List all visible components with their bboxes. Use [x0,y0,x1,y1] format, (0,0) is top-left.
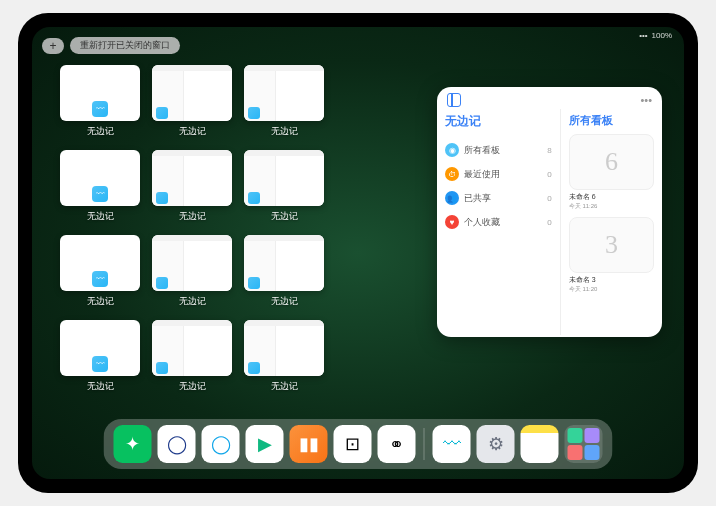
sidebar-item-icon: 👥 [445,191,459,205]
app-window-card[interactable]: 无边记 [152,150,232,223]
app-label: 无边记 [87,210,114,223]
dock-app-dice[interactable]: ⊡ [334,425,372,463]
dock-app-wechat[interactable]: ✦ [114,425,152,463]
sidebar-item[interactable]: 👥已共享0 [445,186,552,210]
app-window-card[interactable]: 无边记 [152,320,232,393]
app-window-card[interactable]: 无边记 [152,65,232,138]
ipad-device: ••• 100% + 重新打开已关闭的窗口 〰无边记无边记无边记〰无边记无边记无… [18,13,698,493]
app-thumbnail [152,65,232,121]
sidebar-item-label: 所有看板 [464,144,500,157]
dock-app-settings[interactable]: ⚙ [477,425,515,463]
sidebar-item-icon: ⏱ [445,167,459,181]
dock-app-library[interactable] [565,425,603,463]
sidebar-item-icon: ♥ [445,215,459,229]
app-label: 无边记 [179,380,206,393]
dock-app-quark2[interactable]: ◯ [202,425,240,463]
dock-app-freeform[interactable]: 〰 [433,425,471,463]
sidebar-item[interactable]: ⏱最近使用0 [445,162,552,186]
app-label: 无边记 [271,380,298,393]
panel-boards: 所有看板 6未命名 6今天 11:263未命名 3今天 11:20 [561,109,662,335]
app-thumbnail: 〰 [60,150,140,206]
panel-left-title: 无边记 [445,113,552,130]
dock-app-connect[interactable]: ⚭ [378,425,416,463]
freeform-app-icon [248,362,260,374]
app-thumbnail [152,150,232,206]
board-card[interactable]: 3未命名 3今天 11:20 [569,217,654,294]
board-thumbnail: 6 [569,134,654,190]
app-label: 无边记 [87,125,114,138]
sidebar-item-icon: ◉ [445,143,459,157]
app-switcher-grid: 〰无边记无边记无边记〰无边记无边记无边记〰无边记无边记无边记〰无边记无边记无边记 [60,65,420,393]
board-title: 未命名 3 [569,275,654,285]
sidebar-item[interactable]: ◉所有看板8 [445,138,552,162]
app-label: 无边记 [271,295,298,308]
dock-app-books[interactable]: ▮▮ [290,425,328,463]
freeform-app-icon [248,107,260,119]
sidebar-item[interactable]: ♥个人收藏0 [445,210,552,234]
app-preview-panel[interactable]: ••• 无边记 ◉所有看板8⏱最近使用0👥已共享0♥个人收藏0 所有看板 6未命… [437,87,662,337]
freeform-app-icon: 〰 [92,101,108,117]
app-thumbnail [244,235,324,291]
app-thumbnail: 〰 [60,320,140,376]
dock-separator [424,428,425,460]
board-thumbnail: 3 [569,217,654,273]
sidebar-toggle-icon[interactable] [447,93,461,107]
battery-label: 100% [652,31,672,40]
app-thumbnail [244,320,324,376]
app-thumbnail [244,150,324,206]
sidebar-item-count: 8 [547,146,551,155]
freeform-app-icon [156,362,168,374]
app-thumbnail [244,65,324,121]
panel-header: ••• [437,87,662,109]
sidebar-item-count: 0 [547,170,551,179]
top-bar: + 重新打开已关闭的窗口 [42,37,180,54]
app-label: 无边记 [179,295,206,308]
add-window-button[interactable]: + [42,38,64,54]
board-card[interactable]: 6未命名 6今天 11:26 [569,134,654,211]
sidebar-item-label: 最近使用 [464,168,500,181]
sidebar-item-count: 0 [547,218,551,227]
board-subtitle: 今天 11:20 [569,285,654,294]
app-window-card[interactable]: 〰无边记 [60,235,140,308]
app-thumbnail: 〰 [60,65,140,121]
app-thumbnail: 〰 [60,235,140,291]
freeform-app-icon [156,277,168,289]
dock-app-notes[interactable] [521,425,559,463]
app-thumbnail [152,235,232,291]
app-label: 无边记 [87,295,114,308]
dock-app-quark1[interactable]: ◯ [158,425,196,463]
freeform-app-icon [248,192,260,204]
app-label: 无边记 [271,125,298,138]
freeform-app-icon: 〰 [92,271,108,287]
app-thumbnail [152,320,232,376]
freeform-app-icon: 〰 [92,356,108,372]
app-window-card[interactable]: 无边记 [244,235,324,308]
app-window-card[interactable]: 〰无边记 [60,150,140,223]
app-window-card[interactable]: 无边记 [152,235,232,308]
app-window-card[interactable]: 无边记 [244,150,324,223]
sidebar-item-count: 0 [547,194,551,203]
app-label: 无边记 [271,210,298,223]
app-window-card[interactable]: 无边记 [244,320,324,393]
freeform-app-icon [156,107,168,119]
status-bar: ••• 100% [639,31,672,40]
dock-app-video[interactable]: ▶ [246,425,284,463]
app-label: 无边记 [87,380,114,393]
board-subtitle: 今天 11:26 [569,202,654,211]
freeform-app-icon [156,192,168,204]
sidebar-item-label: 个人收藏 [464,216,500,229]
reopen-closed-window-button[interactable]: 重新打开已关闭的窗口 [70,37,180,54]
signal-icon: ••• [639,31,647,40]
dock: ✦◯◯▶▮▮⊡⚭〰⚙ [104,419,613,469]
sidebar-item-label: 已共享 [464,192,491,205]
app-window-card[interactable]: 无边记 [244,65,324,138]
app-window-card[interactable]: 〰无边记 [60,320,140,393]
app-label: 无边记 [179,125,206,138]
screen: ••• 100% + 重新打开已关闭的窗口 〰无边记无边记无边记〰无边记无边记无… [32,27,684,479]
freeform-app-icon: 〰 [92,186,108,202]
panel-right-title: 所有看板 [569,113,654,128]
more-icon[interactable]: ••• [640,94,652,106]
panel-sidebar: 无边记 ◉所有看板8⏱最近使用0👥已共享0♥个人收藏0 [437,109,561,335]
app-window-card[interactable]: 〰无边记 [60,65,140,138]
freeform-app-icon [248,277,260,289]
